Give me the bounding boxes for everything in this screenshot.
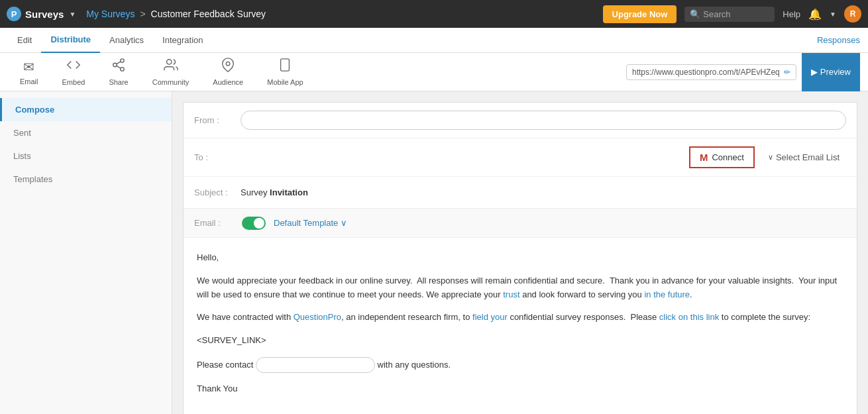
search-box[interactable]: 🔍 <box>684 7 775 22</box>
survey-link-tag: <SURVEY_LINK> <box>197 334 843 348</box>
top-nav: P Surveys ▼ My Surveys > Customer Feedba… <box>0 0 868 28</box>
gmail-connect-button[interactable]: M Connect <box>689 146 755 168</box>
toolbar-email[interactable]: ✉ Email <box>8 56 50 88</box>
main-content: Compose Sent Lists Templates From : To :… <box>0 91 868 414</box>
logo-icon: P <box>7 7 21 21</box>
breadcrumb-survey-name: Customer Feedback Survey <box>151 9 266 19</box>
compose-card: From : To : M Connect ∨ Select Email Lis… <box>183 102 857 414</box>
toolbar-community[interactable]: Community <box>140 55 201 89</box>
email-toggle[interactable] <box>242 217 266 230</box>
toolbar-community-label: Community <box>152 78 190 86</box>
notification-icon[interactable]: 🔔 <box>808 8 822 21</box>
nav-item-integration[interactable]: Integration <box>153 28 212 53</box>
svg-point-6 <box>227 62 231 66</box>
chevron-down-icon[interactable]: ▼ <box>830 11 836 18</box>
toolbar-embed[interactable]: Embed <box>50 55 97 89</box>
svg-point-2 <box>121 68 125 72</box>
search-input[interactable] <box>703 9 769 19</box>
community-icon <box>164 58 178 76</box>
toolbar-right: https://www.questionpro.com/t/APEvHZeq ✏… <box>626 53 860 91</box>
email-label: Email : <box>194 218 234 228</box>
template-select[interactable]: Default Template ∨ <box>274 218 347 228</box>
subject-row: Subject : Survey Invitation <box>184 177 857 209</box>
svg-point-0 <box>121 59 125 63</box>
nav-item-distribute[interactable]: Distribute <box>41 28 100 53</box>
toolbar-mobile-label: Mobile App <box>267 78 303 86</box>
svg-line-4 <box>117 62 121 64</box>
preview-label: Preview <box>820 67 851 77</box>
select-email-list-button[interactable]: ∨ Select Email List <box>761 148 846 166</box>
toolbar-email-label: Email <box>20 78 38 85</box>
email-signoff: Thank You <box>197 382 843 396</box>
preview-button[interactable]: ▶ Preview <box>802 53 860 91</box>
survey-url-box: https://www.questionpro.com/t/APEvHZeq ✏ <box>626 64 796 80</box>
contact-suffix: with any questions. <box>375 360 451 370</box>
user-avatar[interactable]: R <box>844 5 861 23</box>
sidebar-item-lists[interactable]: Lists <box>0 144 172 168</box>
sidebar-item-compose[interactable]: Compose <box>0 98 172 121</box>
breadcrumb-my-surveys[interactable]: My Surveys <box>86 9 135 19</box>
embed-icon <box>66 58 81 76</box>
toolbar-share[interactable]: Share <box>97 55 140 89</box>
sidebar-item-sent[interactable]: Sent <box>0 121 172 144</box>
breadcrumb-separator: > <box>140 9 145 19</box>
toolbar-audience-label: Audience <box>213 78 243 86</box>
svg-point-5 <box>166 60 171 64</box>
contact-prefix: Please contact <box>197 360 256 370</box>
surveys-dropdown-icon[interactable]: ▼ <box>69 11 76 18</box>
survey-url-text: https://www.questionpro.com/t/APEvHZeq <box>632 68 780 77</box>
sidebar-item-templates[interactable]: Templates <box>0 168 172 191</box>
share-icon <box>111 58 126 76</box>
contact-input[interactable] <box>256 357 375 373</box>
surveys-label: Surveys <box>25 9 64 20</box>
email-contact: Please contact with any questions. <box>197 357 843 373</box>
from-label: From : <box>194 115 234 125</box>
gmail-icon: M <box>700 152 708 163</box>
subject-bold: Invitation <box>270 187 308 197</box>
mobile-icon <box>278 58 292 76</box>
responses-link[interactable]: Responses <box>817 35 860 45</box>
edit-url-icon[interactable]: ✏ <box>784 68 790 77</box>
svg-point-1 <box>113 63 117 67</box>
to-label: To : <box>194 152 234 162</box>
email-para2: We have contracted with QuestionPro, an … <box>197 311 843 325</box>
template-label: Default Template <box>274 218 338 228</box>
svg-line-3 <box>117 66 121 68</box>
gmail-connect-label: Connect <box>712 152 743 162</box>
to-row: To : M Connect ∨ Select Email List <box>184 138 857 177</box>
icon-toolbar: ✉ Email Embed Share Community Audience M… <box>0 53 868 91</box>
email-para1: We would appreciate your feedback in our… <box>197 274 843 302</box>
nav-item-edit[interactable]: Edit <box>8 28 41 53</box>
toolbar-embed-label: Embed <box>62 78 85 86</box>
email-toggle-row: Email : Default Template ∨ <box>184 209 857 238</box>
toolbar-mobile-app[interactable]: Mobile App <box>255 55 315 89</box>
upgrade-button[interactable]: Upgrade Now <box>603 5 677 23</box>
subject-label: Subject : <box>194 187 234 197</box>
second-nav: Edit Distribute Analytics Integration Re… <box>0 28 868 53</box>
sidebar: Compose Sent Lists Templates <box>0 91 172 414</box>
from-row: From : <box>184 103 857 138</box>
nav-item-analytics[interactable]: Analytics <box>100 28 153 53</box>
preview-icon: ▶ <box>811 67 818 77</box>
svg-rect-7 <box>281 59 290 71</box>
from-input[interactable] <box>241 111 846 130</box>
email-body: Hello, We would appreciate your feedback… <box>184 238 857 414</box>
toggle-knob <box>254 218 264 229</box>
search-icon: 🔍 <box>690 9 700 19</box>
logo[interactable]: P Surveys ▼ <box>7 7 76 21</box>
subject-value: Survey Invitation <box>241 187 308 197</box>
email-icon: ✉ <box>23 59 34 75</box>
toolbar-share-label: Share <box>109 78 128 86</box>
chevron-down-small-icon: ∨ <box>768 153 773 162</box>
help-link[interactable]: Help <box>783 9 800 19</box>
compose-area: From : To : M Connect ∨ Select Email Lis… <box>172 91 868 414</box>
template-chevron-icon: ∨ <box>341 218 347 228</box>
email-greeting: Hello, <box>197 251 843 265</box>
select-email-label: Select Email List <box>776 152 840 162</box>
top-nav-right: Upgrade Now 🔍 Help 🔔 ▼ R <box>603 5 861 23</box>
toolbar-audience[interactable]: Audience <box>201 55 255 89</box>
audience-icon <box>221 58 235 76</box>
